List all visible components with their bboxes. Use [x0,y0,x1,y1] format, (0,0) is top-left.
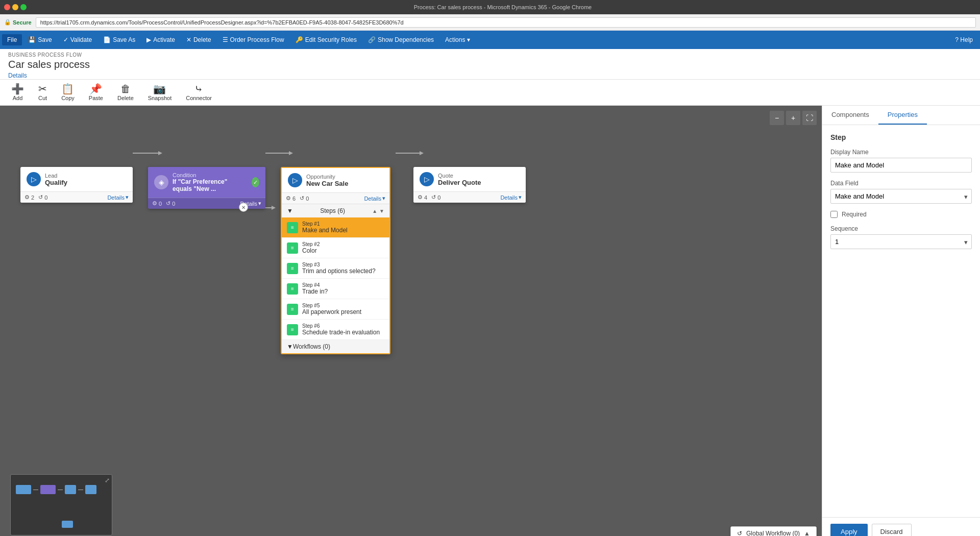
quote-node-text: Quote Deliver Quote [438,173,481,186]
condition-flow-badge: ↺ 0 [166,200,175,207]
connector-button[interactable]: ⤷ Connector [183,82,215,103]
close-window-button[interactable] [4,4,10,10]
panel-tabs: Components Properties [822,106,980,125]
activate-button[interactable]: ▶Activate [141,34,180,45]
quote-details-dropdown[interactable]: Details ▾ [500,194,522,201]
command-bar: ➕ Add ✂ Cut 📋 Copy 📌 Paste 🗑 Delete 📷 Sn… [0,80,980,106]
secure-badge: 🔒 Secure [4,19,32,26]
minimap-content [11,475,112,499]
file-button[interactable]: File [2,34,22,45]
delete-icon: 🗑 [120,84,131,94]
mini-quote-node [85,485,96,494]
condition-remove-button[interactable]: ✕ [239,203,248,212]
opportunity-node-icon: ▷ [288,173,302,187]
edit-security-roles-button[interactable]: 🔑Edit Security Roles [290,34,362,45]
apply-button[interactable]: Apply [830,524,868,536]
cut-button[interactable]: ✂ Cut [35,82,50,103]
zoom-in-button[interactable]: + [786,111,800,125]
save-button[interactable]: 💾Save [23,34,57,45]
lead-node-icon: ▷ [27,172,41,186]
details-link[interactable]: Details [8,72,27,79]
opp-details-dropdown[interactable]: Details ▾ [364,195,385,202]
display-name-group: Display Name [830,149,972,173]
data-field-select[interactable]: Make and Model [830,189,972,204]
snapshot-button[interactable]: 📷 Snapshot [145,82,175,103]
right-panel: Components Properties Step Display Name … [822,106,980,536]
step-item-3[interactable]: ≡ Step #3 Trim and options selected? [282,258,389,279]
zoom-out-button[interactable]: − [770,111,784,125]
display-name-input[interactable] [830,158,972,173]
sequence-group: Sequence 1 ▾ [830,225,972,249]
browser-chrome: Process: Car sales process - Microsoft D… [0,0,980,14]
paste-button[interactable]: 📌 Paste [86,82,106,103]
delete-button[interactable]: ✕Delete [181,34,216,45]
mini-branch-node [62,521,73,528]
condition-node-header: ◈ Condition If "Car Preference" equals "… [148,167,265,198]
add-button[interactable]: ➕ Add [8,82,27,103]
actions-button[interactable]: Actions▾ [440,34,475,45]
step-1-icon: ≡ [287,222,298,233]
discard-button[interactable]: Discard [872,524,912,536]
condition-node[interactable]: ◈ Condition If "Car Preference" equals "… [148,167,265,209]
lead-details-dropdown[interactable]: Details ▾ [107,194,129,201]
tab-components[interactable]: Components [822,106,878,125]
save-as-button[interactable]: 📄Save As [98,34,140,45]
connector-icon: ⤷ [194,84,203,94]
required-group: Required [830,211,972,218]
fullscreen-button[interactable]: ⛶ [802,111,817,125]
step-item-1[interactable]: ≡ Step #1 Make and Model [282,217,389,238]
delete-cmd-button[interactable]: 🗑 Delete [114,82,137,103]
help-button[interactable]: ? Help [950,34,978,45]
opp-steps-badge: ⚙ 6 [286,195,296,202]
paste-icon: 📌 [89,84,102,94]
svg-marker-8 [272,206,276,210]
show-dependencies-button[interactable]: 🔗Show Dependencies [363,34,439,45]
lead-node[interactable]: ▷ Lead Qualify ⚙ 2 ↺ 0 Details ▾ [20,167,133,203]
browser-title: Process: Car sales process - Microsoft D… [30,4,976,10]
step-item-6[interactable]: ≡ Step #6 Schedule trade-in evaluation [282,320,389,340]
sequence-select[interactable]: 1 [830,234,972,249]
mini-connector-2 [58,490,63,490]
minimize-window-button[interactable] [12,4,18,10]
sequence-select-wrapper: 1 ▾ [830,234,972,249]
order-process-flow-button[interactable]: ☰Order Process Flow [217,34,289,45]
tab-properties[interactable]: Properties [878,106,927,125]
sequence-label: Sequence [830,225,972,232]
svg-marker-3 [289,151,293,155]
step-item-2[interactable]: ≡ Step #2 Color [282,238,389,258]
copy-button[interactable]: 📋 Copy [58,82,78,103]
quote-node[interactable]: ▷ Quote Deliver Quote ⚙ 4 ↺ 0 Details ▾ [413,167,526,203]
lead-node-text: Lead Qualify [45,173,67,186]
lead-steps-badge: ⚙ 2 [24,194,34,201]
step-2-text: Step #2 Color [302,241,320,254]
browser-buttons [4,4,27,10]
validate-button[interactable]: ✓Validate [58,34,97,45]
required-label: Required [842,211,867,218]
minimap-expand-button[interactable]: ⤢ [105,477,110,484]
address-bar: 🔒 Secure https://trial1705.crm.dynamics.… [0,14,980,31]
step-5-icon: ≡ [287,304,298,315]
global-workflow-collapse-button[interactable]: ▲ [804,530,810,536]
opportunity-panel[interactable]: ▷ Opportunity New Car Sale ⚙ 6 ↺ 0 Detai… [281,167,390,354]
canvas-area[interactable]: − + ⛶ ▷ [0,106,822,536]
mini-opportunity-node [65,485,76,494]
condition-steps-badge: ⚙ 0 [152,200,162,207]
steps-section-header: ▼ Steps (6) ▲ ▼ [282,204,389,217]
step-5-text: Step #5 All paperwork present [302,303,361,315]
required-checkbox[interactable] [830,211,838,218]
step-4-icon: ≡ [287,283,298,295]
global-workflow-bar: ↺ Global Workflow (0) ▲ [730,526,817,536]
url-bar[interactable]: https://trial1705.crm.dynamics.com/Tools… [36,17,976,28]
step-6-text: Step #6 Schedule trade-in evaluation [302,323,380,336]
maximize-window-button[interactable] [20,4,27,10]
steps-section: ▼ Steps (6) ▲ ▼ ≡ Step #1 Make and Model [282,204,389,340]
step-2-icon: ≡ [287,242,298,254]
mini-condition-node [40,485,56,494]
quote-node-icon: ▷ [420,172,434,186]
step-item-5[interactable]: ≡ Step #5 All paperwork present [282,299,389,320]
panel-actions: Apply Discard [822,517,980,536]
workflows-section: ▼ Workflows (0) [282,340,389,353]
step-item-4[interactable]: ≡ Step #4 Trade in? [282,279,389,299]
canvas-controls: − + ⛶ [770,111,817,125]
data-field-label: Data Field [830,180,972,187]
